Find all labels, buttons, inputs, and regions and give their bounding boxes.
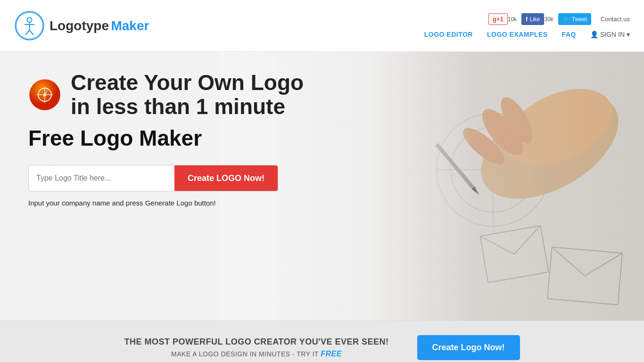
sign-in-label: SIGN IN <box>600 31 625 38</box>
cta-create-logo-button[interactable]: Create Logo Now! <box>417 335 520 360</box>
logo-title-input[interactable] <box>29 165 173 191</box>
cta-banner: THE MOST POWERFUL LOGO CREATOR YOU'VE EV… <box>0 321 644 362</box>
nav-faq[interactable]: FAQ <box>562 31 576 38</box>
hero-section: Create Your Own Logo in less than 1 minu… <box>0 52 644 321</box>
cta-free-label: FREE <box>321 350 342 358</box>
logo-input-row: Create LOGO Now! <box>28 165 278 191</box>
svg-point-2 <box>27 17 32 22</box>
facebook-count: 30k <box>544 16 553 23</box>
contact-us-link[interactable]: Contact us <box>601 16 630 23</box>
svg-line-6 <box>30 30 34 35</box>
cta-headline: THE MOST POWERFUL LOGO CREATOR YOU'VE EV… <box>124 337 388 347</box>
hero-title-text: Create Your Own Logo in less than 1 minu… <box>71 71 304 118</box>
twitter-tweet-button[interactable]: 🐦 Tweet <box>558 13 591 25</box>
site-logo[interactable]: Logotype Maker <box>14 10 149 41</box>
facebook-icon: f <box>526 16 528 23</box>
create-logo-button[interactable]: Create LOGO Now! <box>174 165 278 191</box>
header-right: g+1 10k f Like 30k 🐦 Tweet Contact us LO… <box>424 13 630 38</box>
free-logo-maker-heading: Free Logo Maker <box>28 125 304 151</box>
gplus-count: 10k <box>508 16 517 23</box>
hero-logo-icon <box>28 78 61 111</box>
facebook-like-button[interactable]: f Like <box>521 13 544 25</box>
hero-content: Create Your Own Logo in less than 1 minu… <box>28 71 304 207</box>
hero-hint-text: Input your company name and press Genera… <box>28 199 304 207</box>
svg-line-5 <box>25 30 30 35</box>
cta-subline-prefix: MAKE A LOGO DESIGN IN MINUTES - TRY IT <box>171 350 319 358</box>
chevron-down-icon: ▾ <box>627 31 630 38</box>
logo-icon <box>14 10 45 41</box>
person-icon: 👤 <box>590 31 598 38</box>
main-nav: LOGO EDITOR LOGO EXAMPLES FAQ 👤 SIGN IN … <box>424 31 630 38</box>
gplus-button[interactable]: g+1 <box>488 13 508 25</box>
tweet-label: Tweet <box>572 16 587 23</box>
twitter-icon: 🐦 <box>562 16 570 23</box>
gplus-icon: g+1 <box>493 16 504 23</box>
nav-logo-examples[interactable]: LOGO EXAMPLES <box>487 31 548 38</box>
header: Logotype Maker g+1 10k f Like 30k <box>0 0 644 52</box>
logo-text: Logotype Maker <box>50 18 149 33</box>
facebook-label: Like <box>529 16 540 23</box>
hero-title-line2: in less than 1 minute <box>71 95 304 119</box>
hero-title-line1: Create Your Own Logo <box>71 71 304 95</box>
hero-title-row: Create Your Own Logo in less than 1 minu… <box>28 71 304 118</box>
sign-in-button[interactable]: 👤 SIGN IN ▾ <box>590 31 630 38</box>
cta-subline: MAKE A LOGO DESIGN IN MINUTES - TRY IT F… <box>124 350 388 358</box>
nav-logo-editor[interactable]: LOGO EDITOR <box>424 31 473 38</box>
cta-text-block: THE MOST POWERFUL LOGO CREATOR YOU'VE EV… <box>124 337 388 358</box>
